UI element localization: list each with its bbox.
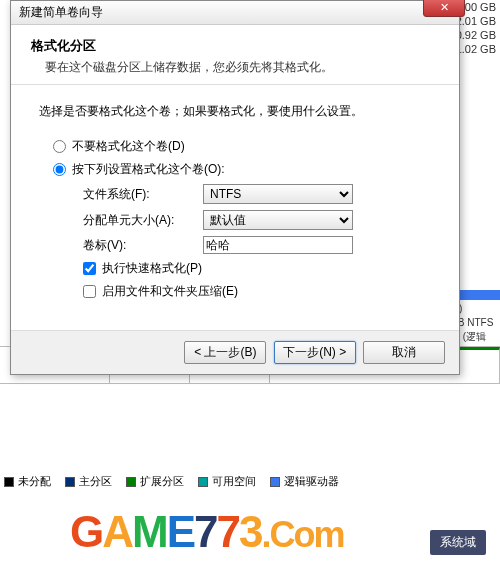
cancel-button[interactable]: 取消 xyxy=(363,341,445,364)
section-title: 格式化分区 xyxy=(31,37,439,55)
quick-format-label: 执行快速格式化(P) xyxy=(102,260,202,277)
swatch-unallocated-icon xyxy=(4,477,14,487)
swatch-primary-icon xyxy=(65,477,75,487)
swatch-extended-icon xyxy=(126,477,136,487)
volume-label: 卷标(V): xyxy=(83,237,203,254)
dialog-title: 新建简单卷向导 xyxy=(11,1,459,25)
back-button[interactable]: < 上一步(B) xyxy=(184,341,266,364)
instruction-text: 选择是否要格式化这个卷；如果要格式化，要使用什么设置。 xyxy=(39,103,431,120)
alloc-row: 分配单元大小(A): 默认值 xyxy=(83,210,431,230)
dialog-header: 格式化分区 要在这个磁盘分区上储存数据，您必须先将其格式化。 xyxy=(11,25,459,85)
filesystem-select[interactable]: NTFS xyxy=(203,184,353,204)
radio-no-format-row[interactable]: 不要格式化这个卷(D) xyxy=(53,138,431,155)
radio-format[interactable] xyxy=(53,163,66,176)
quick-format-row[interactable]: 执行快速格式化(P) xyxy=(83,260,431,277)
filesystem-label: 文件系统(F): xyxy=(83,186,203,203)
compress-label: 启用文件和文件夹压缩(E) xyxy=(102,283,238,300)
alloc-label: 分配单元大小(A): xyxy=(83,212,203,229)
button-bar: < 上一步(B) 下一步(N) > 取消 xyxy=(11,330,459,374)
close-icon[interactable]: ✕ xyxy=(423,0,465,17)
radio-format-label: 按下列设置格式化这个卷(O): xyxy=(72,161,225,178)
watermark-badge: 系统域 xyxy=(430,530,486,555)
swatch-logical-icon xyxy=(270,477,280,487)
radio-no-format-label: 不要格式化这个卷(D) xyxy=(72,138,185,155)
compress-row[interactable]: 启用文件和文件夹压缩(E) xyxy=(83,283,431,300)
radio-format-row[interactable]: 按下列设置格式化这个卷(O): xyxy=(53,161,431,178)
radio-no-format[interactable] xyxy=(53,140,66,153)
alloc-select[interactable]: 默认值 xyxy=(203,210,353,230)
partition-legend: 未分配 主分区 扩展分区 可用空间 逻辑驱动器 xyxy=(4,474,339,489)
quick-format-checkbox[interactable] xyxy=(83,262,96,275)
next-button[interactable]: 下一步(N) > xyxy=(274,341,356,364)
section-desc: 要在这个磁盘分区上储存数据，您必须先将其格式化。 xyxy=(45,59,439,76)
volume-row: 卷标(V): xyxy=(83,236,431,254)
wizard-dialog: ✕ 新建简单卷向导 格式化分区 要在这个磁盘分区上储存数据，您必须先将其格式化。… xyxy=(10,0,460,375)
swatch-free-icon xyxy=(198,477,208,487)
dialog-body: 选择是否要格式化这个卷；如果要格式化，要使用什么设置。 不要格式化这个卷(D) … xyxy=(11,85,459,330)
filesystem-row: 文件系统(F): NTFS xyxy=(83,184,431,204)
volume-input[interactable] xyxy=(203,236,353,254)
compress-checkbox[interactable] xyxy=(83,285,96,298)
watermark-logo: GAME773.Com xyxy=(70,507,343,557)
